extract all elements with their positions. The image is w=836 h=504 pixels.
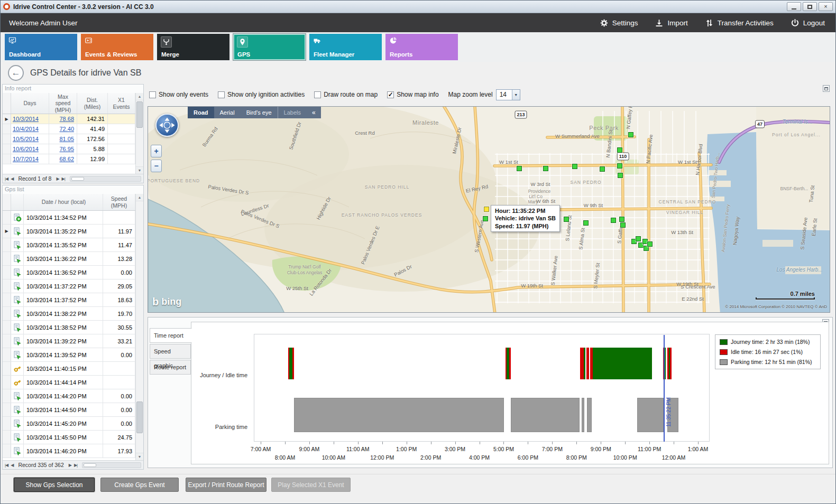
gps-marker[interactable]	[618, 173, 623, 178]
gps-list-row[interactable]: 10/3/2014 11:39:22 PM33.21	[3, 334, 135, 348]
column-header-days[interactable]: Days	[11, 93, 49, 114]
gps-marker[interactable]	[600, 166, 605, 172]
info-report-scrollbar[interactable]: ▲ ▼	[135, 93, 143, 174]
gps-marker[interactable]	[572, 164, 577, 169]
gps-marker[interactable]	[628, 132, 633, 137]
gps-list-row[interactable]: 10/3/2014 11:36:52 PM0.00	[3, 266, 135, 279]
info-report-row[interactable]: ▶10/3/201478.68142.31	[3, 114, 135, 124]
nav-tile-events[interactable]: Events & Reviews	[81, 34, 153, 60]
day-link[interactable]: 10/3/2014	[13, 116, 39, 122]
gps-list-row[interactable]: 10/3/2014 11:37:22 PM29.05	[3, 279, 135, 293]
topbar-action-settings[interactable]: Settings	[600, 18, 638, 27]
checkbox-show-only-ignition-activities[interactable]: Show only ignition activities	[218, 91, 305, 98]
gps-list-row[interactable]: 10/3/2014 11:36:22 PM13.28	[3, 252, 135, 266]
info-report-pager-scrollbar[interactable]	[70, 176, 141, 182]
gps-list-row[interactable]: ▶10/3/2014 11:35:22 PM11.97	[3, 225, 135, 238]
day-cell[interactable]: 10/4/2014	[11, 124, 49, 134]
day-link[interactable]: 10/5/2014	[13, 136, 39, 142]
gps-list-pager-first-button[interactable]: |◀	[5, 463, 8, 468]
topbar-action-import[interactable]: Import	[655, 18, 687, 27]
map-menu-collapse-button[interactable]: «	[307, 109, 321, 116]
nav-tile-reports[interactable]: Reports	[385, 34, 458, 60]
info-report-pager-first-button[interactable]: |◀	[5, 176, 8, 181]
report-tab-route-report[interactable]: Route report	[150, 360, 191, 375]
gps-marker[interactable]	[647, 241, 653, 247]
max-speed-link[interactable]: 78.68	[59, 116, 74, 122]
show-gps-selection-button[interactable]: Show Gps Selection	[14, 478, 95, 492]
scroll-up-icon[interactable]: ▲	[136, 194, 143, 201]
scrollbar-thumb[interactable]	[84, 463, 96, 467]
gps-marker[interactable]	[564, 217, 569, 222]
map-style-aerial[interactable]: Aerial	[214, 107, 241, 118]
info-report-row[interactable]: 10/5/201481.05172.56	[3, 134, 135, 144]
column-header-speed-mph[interactable]: Speed (MPH)	[103, 194, 135, 210]
gps-list-row[interactable]: 10/3/2014 11:45:50 PM24.75	[3, 431, 135, 444]
create-gps-event-button[interactable]: Create Gps Event	[100, 478, 179, 492]
gps-marker[interactable]	[583, 220, 589, 226]
map-zoom-out-button[interactable]: −	[151, 160, 162, 172]
gps-list-pager-prev-button[interactable]: ◀	[11, 463, 13, 468]
info-report-pager-next-button[interactable]: ▶	[56, 176, 59, 181]
gps-marker[interactable]	[611, 218, 616, 223]
day-cell[interactable]: 10/7/2014	[11, 154, 49, 164]
info-report-pager-prev-button[interactable]: ◀	[11, 176, 13, 181]
gps-list-row[interactable]: 10/3/2014 11:44:50 PM0.00	[3, 403, 135, 417]
checkbox-show-map-info[interactable]: ✓Show map info	[387, 91, 438, 98]
topbar-action-logout[interactable]: Logout	[791, 18, 825, 27]
max-speed-cell[interactable]: 78.68	[49, 114, 77, 124]
nav-tile-fleet[interactable]: Fleet Manager	[309, 34, 382, 60]
checkbox-unchecked-icon[interactable]	[149, 91, 156, 98]
info-report-row[interactable]: 10/7/201468.6212.99	[3, 154, 135, 164]
scrollbar-thumb[interactable]	[136, 101, 143, 128]
gps-list-row[interactable]: 10/3/2014 11:40:15 PM	[3, 362, 135, 376]
max-speed-link[interactable]: 72.40	[59, 126, 74, 132]
column-header-date-hour-local[interactable]: Date / hour (local)	[24, 194, 103, 210]
day-link[interactable]: 10/7/2014	[13, 156, 39, 162]
gps-marker[interactable]	[619, 217, 624, 222]
checkbox-unchecked-icon[interactable]	[218, 91, 225, 98]
day-cell[interactable]: 10/3/2014	[11, 114, 49, 124]
selected-gps-marker[interactable]	[484, 207, 489, 212]
scroll-up-icon[interactable]: ▲	[136, 93, 143, 100]
close-button[interactable]: ×	[819, 2, 833, 11]
column-header-dist-miles[interactable]: Dist. (Miles)	[77, 93, 108, 114]
nav-tile-merge[interactable]: Merge	[157, 34, 229, 60]
nav-tile-dashboard[interactable]: Dashboard	[5, 34, 77, 60]
gps-list-scrollbar[interactable]: ▲ ▼	[135, 194, 143, 460]
gps-marker[interactable]	[517, 166, 522, 171]
report-tab-time-report[interactable]: Time report	[150, 328, 192, 343]
max-speed-link[interactable]: 76.95	[59, 146, 74, 152]
info-report-pager-last-button[interactable]: ▶|	[62, 176, 65, 181]
max-speed-cell[interactable]: 72.40	[49, 124, 77, 134]
gps-list-row[interactable]: 10/3/2014 11:45:20 PM0.00	[3, 417, 135, 431]
checkbox-unchecked-icon[interactable]	[314, 91, 321, 98]
gps-list-row[interactable]: 10/3/2014 11:44:14 PM	[3, 376, 135, 389]
max-speed-link[interactable]: 81.05	[59, 136, 74, 142]
gps-marker[interactable]	[483, 216, 488, 221]
topbar-action-transfer[interactable]: Transfer Activities	[705, 18, 774, 27]
map-style-labels[interactable]: Labels	[278, 107, 307, 118]
minimize-button[interactable]	[787, 2, 801, 11]
gps-list-pager-next-button[interactable]: ▶	[69, 463, 71, 468]
gps-list-row[interactable]: 10/3/2014 11:38:52 PM30.55	[3, 321, 135, 334]
gps-list-row[interactable]: 10/3/2014 11:34:52 PM	[3, 211, 135, 225]
day-link[interactable]: 10/6/2014	[13, 146, 39, 152]
gps-marker[interactable]	[543, 166, 548, 171]
checkbox-draw-route-on-map[interactable]: Draw route on map	[314, 91, 378, 98]
day-cell[interactable]: 10/5/2014	[11, 134, 49, 144]
maximize-button[interactable]	[803, 2, 817, 11]
day-link[interactable]: 10/4/2014	[13, 126, 39, 132]
gps-marker[interactable]	[620, 222, 626, 228]
max-speed-cell[interactable]: 68.62	[49, 154, 77, 164]
info-report-row[interactable]: 10/4/201472.4041.49	[3, 124, 135, 134]
map-compass-control[interactable]	[155, 114, 179, 137]
max-speed-link[interactable]: 68.62	[59, 156, 74, 162]
max-speed-cell[interactable]: 81.05	[49, 134, 77, 144]
gps-marker[interactable]	[636, 236, 641, 241]
scrollbar-thumb[interactable]	[71, 177, 84, 181]
scroll-down-icon[interactable]: ▼	[136, 453, 143, 460]
max-speed-cell[interactable]: 76.95	[49, 144, 77, 154]
map-panel-collapse-button[interactable]	[823, 85, 830, 92]
scroll-down-icon[interactable]: ▼	[136, 166, 143, 174]
column-header-max-speed-mph[interactable]: Max speed (MPH)	[49, 93, 77, 114]
